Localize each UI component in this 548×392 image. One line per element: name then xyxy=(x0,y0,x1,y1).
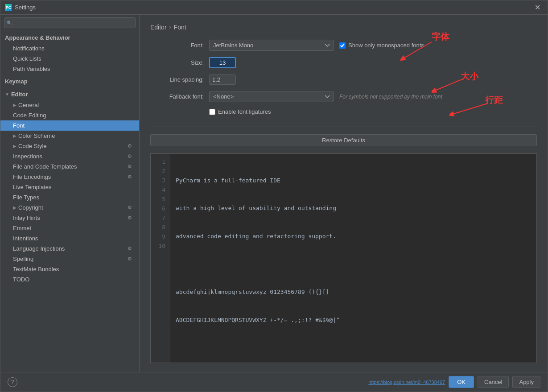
sidebar-item-font[interactable]: Font xyxy=(0,120,139,131)
code-preview: PyCharm is a full-featured IDE with a hi… xyxy=(170,154,536,363)
sidebar-item-code-editing[interactable]: Code Editing xyxy=(0,110,139,120)
code-line-3: advanced code editing and refactoring su… xyxy=(176,232,531,241)
settings-icon-spelling: ⚙ xyxy=(128,256,132,262)
sidebar-item-file-encodings[interactable]: File Encodings ⚙ xyxy=(0,172,139,182)
size-label: Size: xyxy=(150,59,204,66)
footer-right: https://blog.csdn.net/m0_46738467 OK Can… xyxy=(368,376,540,388)
divider xyxy=(150,127,537,127)
code-line-2: with a high level of usability and outst… xyxy=(176,204,531,213)
sidebar-item-general[interactable]: ▶ General xyxy=(0,100,139,110)
section-editor: ▼ Editor ▶ General Code Editing Font ▶ C… xyxy=(0,88,139,285)
sidebar-item-quick-lists[interactable]: Quick Lists xyxy=(0,54,139,64)
section-keymap: Keymap xyxy=(0,75,139,88)
title-bar: PC Settings ✕ xyxy=(0,0,548,15)
settings-icon-code-style: ⚙ xyxy=(128,143,132,149)
sidebar-item-spelling[interactable]: Spelling ⚙ xyxy=(0,254,139,264)
settings-icon-inlay: ⚙ xyxy=(128,215,132,221)
ligatures-row: Enable font ligatures xyxy=(209,108,537,115)
footer: ? https://blog.csdn.net/m0_46738467 OK C… xyxy=(0,372,548,392)
sidebar-item-emmet[interactable]: Emmet xyxy=(0,223,139,233)
line-spacing-input[interactable] xyxy=(209,74,236,85)
breadcrumb-sep: › xyxy=(169,24,171,30)
restore-defaults-button[interactable]: Restore Defaults xyxy=(150,134,537,146)
title-bar-left: PC Settings xyxy=(5,4,36,11)
preview-area: 1 2 3 4 5 6 7 8 9 10 PyCharm is a full-f… xyxy=(150,153,537,363)
line-num-10: 10 xyxy=(155,242,165,251)
code-line-7 xyxy=(176,343,531,353)
code-line-5: abcdefghijklmnopqrstuvwxyz 0123456789 ()… xyxy=(176,288,531,297)
group-editor[interactable]: ▼ Editor xyxy=(0,89,139,100)
line-num-1: 1 xyxy=(155,157,165,167)
monospaced-label[interactable]: Show only monospaced fonts xyxy=(348,42,424,49)
search-wrapper xyxy=(4,17,136,28)
font-row: Font: JetBrains Mono Consolas Courier Ne… xyxy=(150,40,537,51)
footer-url: https://blog.csdn.net/m0_46738467 xyxy=(368,380,445,385)
size-row: Size: xyxy=(150,57,537,68)
help-button[interactable]: ? xyxy=(8,377,17,387)
section-appearance: Appearance & Behavior Notifications Quic… xyxy=(0,31,139,75)
app-icon: PC xyxy=(5,4,12,11)
line-num-6: 6 xyxy=(155,204,165,214)
settings-icon-injections: ⚙ xyxy=(128,246,132,252)
sidebar-item-todo[interactable]: TODO xyxy=(0,274,139,285)
ligatures-checkbox[interactable] xyxy=(209,109,215,115)
line-spacing-label: Line spacing: xyxy=(150,76,204,83)
group-appearance: Appearance & Behavior xyxy=(0,32,139,43)
fallback-select[interactable]: <None> xyxy=(209,91,334,102)
sidebar-item-textmate[interactable]: TextMate Bundles xyxy=(0,264,139,274)
breadcrumb-parent: Editor xyxy=(150,24,167,31)
code-line-6: ABCDEFGHIJKLMNOPQRSTUVWXYZ +-*/= .,;:!? … xyxy=(176,316,531,325)
ok-button[interactable]: OK xyxy=(449,376,474,388)
fallback-hint: For symbols not supported by the main fo… xyxy=(339,94,442,100)
sidebar-item-path-variables[interactable]: Path Variables xyxy=(0,64,139,74)
sidebar-item-code-style[interactable]: ▶ Code Style ⚙ xyxy=(0,141,139,151)
sidebar-item-file-types[interactable]: File Types xyxy=(0,192,139,202)
line-num-7: 7 xyxy=(155,214,165,223)
apply-button[interactable]: Apply xyxy=(512,376,540,388)
sidebar-item-file-code-templates[interactable]: File and Code Templates ⚙ xyxy=(0,161,139,172)
cancel-button[interactable]: Cancel xyxy=(478,376,509,388)
settings-icon-encodings: ⚙ xyxy=(128,174,132,180)
sidebar: Appearance & Behavior Notifications Quic… xyxy=(0,15,140,372)
fallback-label: Fallback font: xyxy=(150,93,204,100)
line-num-9: 9 xyxy=(155,232,165,242)
settings-icon-templates: ⚙ xyxy=(128,164,132,169)
group-keymap[interactable]: Keymap xyxy=(0,76,139,87)
line-num-4: 4 xyxy=(155,186,165,195)
breadcrumb-current: Font xyxy=(174,24,186,31)
line-numbers: 1 2 3 4 5 6 7 8 9 10 xyxy=(151,154,170,363)
footer-left: ? xyxy=(8,377,17,387)
ligatures-label[interactable]: Enable font ligatures xyxy=(218,108,271,115)
font-select[interactable]: JetBrains Mono Consolas Courier New Fira… xyxy=(209,40,334,51)
sidebar-item-inspections[interactable]: Inspections ⚙ xyxy=(0,151,139,161)
sidebar-item-live-templates[interactable]: Live Templates xyxy=(0,182,139,192)
line-num-5: 5 xyxy=(155,195,165,204)
settings-icon-inspections: ⚙ xyxy=(128,153,132,159)
monospaced-checkbox[interactable] xyxy=(339,42,346,49)
line-num-3: 3 xyxy=(155,176,165,186)
window-title: Settings xyxy=(15,4,36,11)
code-line-1: PyCharm is a full-featured IDE xyxy=(176,176,531,186)
close-button[interactable]: ✕ xyxy=(532,2,543,12)
sidebar-item-language-injections[interactable]: Language Injections ⚙ xyxy=(0,243,139,254)
dialog-body: Appearance & Behavior Notifications Quic… xyxy=(0,15,548,372)
sidebar-item-copyright[interactable]: ▶ Copyright ⚙ xyxy=(0,202,139,213)
font-label: Font: xyxy=(150,42,204,49)
main-content: Editor › Font Font: JetBrains Mono Conso… xyxy=(140,15,548,372)
search-bar xyxy=(0,15,139,31)
sidebar-item-intentions[interactable]: Intentions xyxy=(0,233,139,243)
line-num-2: 2 xyxy=(155,167,165,176)
code-line-4 xyxy=(176,260,531,269)
sidebar-item-color-scheme[interactable]: ▶ Color Scheme xyxy=(0,131,139,141)
settings-icon-copyright: ⚙ xyxy=(128,205,132,210)
line-spacing-row: Line spacing: xyxy=(150,74,537,85)
breadcrumb: Editor › Font xyxy=(150,24,537,31)
sidebar-item-notifications[interactable]: Notifications xyxy=(0,43,139,54)
settings-dialog: PC Settings ✕ Appearance & Behavior Noti… xyxy=(0,0,548,392)
line-num-8: 8 xyxy=(155,223,165,232)
monospaced-checkbox-row: Show only monospaced fonts xyxy=(339,42,424,49)
fallback-row: Fallback font: <None> For symbols not su… xyxy=(150,91,537,102)
search-input[interactable] xyxy=(4,17,136,28)
size-input[interactable] xyxy=(209,57,236,68)
sidebar-item-inlay-hints[interactable]: Inlay Hints ⚙ xyxy=(0,213,139,223)
